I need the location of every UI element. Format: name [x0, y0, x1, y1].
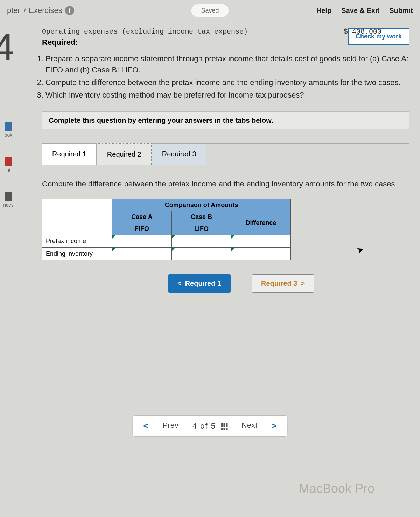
- tab-required-3[interactable]: Required 3: [152, 143, 206, 165]
- col-case-b: Case B: [172, 211, 231, 223]
- col-case-a: Case A: [112, 211, 172, 223]
- next-button[interactable]: Next: [241, 421, 257, 431]
- sidebar-item-references[interactable]: nces: [0, 192, 17, 220]
- sidebar-item-hint[interactable]: nt: [0, 157, 17, 185]
- col-fifo: FIFO: [112, 223, 172, 235]
- tab-description: Compute the difference between the preta…: [42, 179, 410, 196]
- table-title: Comparison of Amounts: [112, 199, 291, 211]
- sidebar-label: nces: [3, 202, 14, 208]
- book-icon: [5, 122, 12, 131]
- col-lifo: LIFO: [172, 223, 231, 235]
- row-ending-inventory: Ending inventory: [42, 247, 112, 260]
- tab-required-1[interactable]: Required 1: [42, 143, 97, 165]
- chevron-left-icon: <: [143, 420, 148, 431]
- hint-icon: [5, 157, 12, 166]
- top-actions: Help Save & Exit Submit: [316, 7, 413, 15]
- operating-expense-row: Operating expenses (excluding income tax…: [42, 28, 410, 36]
- cell-marker-icon: [172, 248, 175, 251]
- opex-label: Operating expenses (excluding income tax…: [42, 28, 248, 36]
- grid-icon[interactable]: [221, 423, 227, 430]
- instruction-bar: Complete this question by entering your …: [42, 111, 410, 129]
- left-rail: ook nt nces: [0, 24, 17, 220]
- cell-marker-icon: [172, 235, 175, 239]
- tabs-row: Required 1 Required 2 Required 3: [42, 143, 410, 165]
- sidebar-label: ook: [5, 132, 13, 138]
- tab-required-2[interactable]: Required 2: [97, 143, 152, 165]
- input-pretax-fifo[interactable]: [112, 235, 172, 247]
- requirement-2: Compute the difference between the preta…: [46, 77, 410, 88]
- question-pager: < Prev 4 of 5 Next >: [132, 415, 287, 437]
- help-link[interactable]: Help: [316, 7, 331, 15]
- prev-tab-button[interactable]: < Required 1: [168, 274, 231, 293]
- tab-nav-buttons: < Required 1 Required 3 >: [168, 274, 410, 293]
- page-count-text: 4 of 5: [192, 422, 216, 430]
- input-pretax-lifo[interactable]: [172, 235, 231, 247]
- chevron-left-icon: <: [177, 279, 182, 288]
- comparison-table: Comparison of Amounts Case A Case B Diff…: [42, 199, 291, 260]
- chevron-right-icon: >: [271, 420, 276, 431]
- prev-button[interactable]: Prev: [163, 421, 178, 431]
- col-difference: Difference: [231, 211, 291, 235]
- next-tab-button[interactable]: Required 3 >: [252, 274, 314, 293]
- title-text: pter 7 Exercises: [7, 6, 62, 15]
- page-count: 4 of 5: [192, 422, 227, 431]
- assignment-title: pter 7 Exercises i: [7, 6, 74, 15]
- requirement-1: Prepare a separate income statement thro…: [46, 53, 410, 76]
- next-tab-label: Required 3: [261, 279, 297, 288]
- input-endinv-lifo[interactable]: [172, 247, 231, 260]
- opex-value: $ 408,000: [344, 28, 382, 36]
- cell-marker-icon: [231, 235, 235, 239]
- sidebar-item-ebook[interactable]: ook: [0, 122, 17, 150]
- top-bar: pter 7 Exercises i Saved Help Save & Exi…: [0, 0, 420, 21]
- prev-tab-label: Required 1: [185, 279, 221, 288]
- submit-link[interactable]: Submit: [389, 7, 413, 15]
- device-label: MacBook Pro: [299, 481, 374, 496]
- references-icon: [5, 192, 12, 201]
- input-endinv-diff[interactable]: [231, 247, 291, 260]
- cell-marker-icon: [231, 248, 235, 251]
- sidebar-label: nt: [6, 167, 10, 173]
- cell-marker-icon: [112, 235, 116, 239]
- input-pretax-diff[interactable]: [231, 235, 291, 247]
- requirement-3: Which inventory costing method may be pr…: [46, 90, 410, 101]
- requirements-list: Prepare a separate income statement thro…: [46, 53, 410, 101]
- cell-marker-icon: [112, 248, 116, 251]
- input-endinv-fifo[interactable]: [112, 247, 172, 260]
- row-pretax-income: Pretax income: [42, 235, 112, 247]
- save-exit-link[interactable]: Save & Exit: [341, 7, 379, 15]
- chevron-right-icon: >: [301, 279, 305, 288]
- info-icon[interactable]: i: [65, 6, 74, 15]
- saved-badge: Saved: [191, 4, 229, 17]
